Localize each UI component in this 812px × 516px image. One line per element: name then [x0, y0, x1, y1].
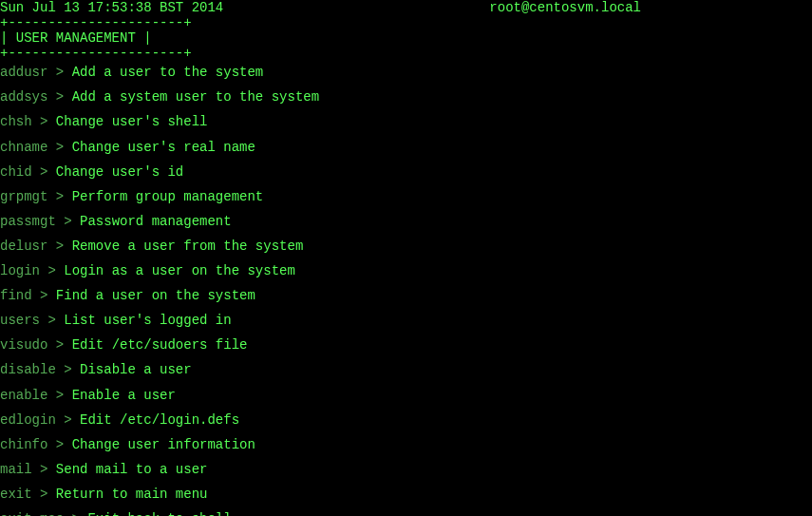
desc-label: Remove a user from the system: [72, 239, 304, 254]
desc-label: Change user information: [72, 437, 255, 452]
menu-item-edlogin[interactable]: edlogin > Edit /etc/login.defs: [0, 412, 812, 428]
separator: >: [32, 462, 56, 477]
menu-item-delusr[interactable]: delusr > Remove a user from the system: [0, 239, 812, 254]
menu-item-login[interactable]: login > Login as a user on the system: [0, 263, 812, 278]
separator: >: [47, 437, 71, 452]
cmd-label: addsys: [0, 89, 47, 105]
menu-item-mail[interactable]: mail > Send mail to a user: [0, 462, 812, 477]
menu-item-grpmgt[interactable]: grpmgt > Perform group management: [0, 189, 812, 204]
menu-item-enable[interactable]: enable > Enable a user: [0, 388, 812, 403]
cmd-label: users: [0, 313, 40, 328]
separator: >: [47, 337, 71, 353]
cmd-label: chname: [0, 140, 47, 155]
separator: >: [47, 388, 71, 403]
separator: >: [56, 214, 80, 229]
menu-item-addusr[interactable]: addusr > Add a user to the system: [0, 65, 812, 80]
menu-item-exit-mas[interactable]: exit-mas > Exit back to shell: [0, 511, 812, 516]
separator: >: [40, 313, 64, 328]
separator: >: [64, 511, 87, 516]
datetime-text: Sun Jul 13 17:53:38 BST 2014: [0, 0, 223, 15]
separator: >: [32, 487, 56, 502]
cmd-label: delusr: [0, 239, 47, 254]
cmd-label: login: [0, 263, 40, 278]
separator: >: [47, 140, 71, 155]
separator: >: [56, 362, 80, 377]
separator: >: [47, 189, 71, 204]
menu-item-visudo[interactable]: visudo > Edit /etc/sudoers file: [0, 337, 812, 353]
desc-label: Return to main menu: [56, 487, 208, 502]
cmd-label: find: [0, 288, 32, 303]
menu-item-users[interactable]: users > List user's logged in: [0, 313, 812, 328]
box-bottom: +----------------------+: [0, 46, 812, 61]
desc-label: Edit /etc/login.defs: [80, 412, 239, 428]
cmd-label: addusr: [0, 65, 47, 80]
cmd-label: enable: [0, 388, 47, 403]
cmd-label: edlogin: [0, 412, 56, 428]
cmd-label: passmgt: [0, 214, 56, 229]
desc-label: Add a system user to the system: [72, 89, 319, 105]
menu-item-disable[interactable]: disable > Disable a user: [0, 362, 812, 377]
menu-item-passmgt[interactable]: passmgt > Password management: [0, 214, 812, 229]
cmd-label: visudo: [0, 337, 47, 353]
userhost-text: root@centosvm.local: [489, 0, 641, 15]
desc-label: Edit /etc/sudoers file: [72, 337, 248, 353]
separator: >: [32, 114, 56, 129]
cmd-label: exit: [0, 487, 32, 502]
desc-label: Add a user to the system: [72, 65, 264, 80]
box-title: | USER MANAGEMENT |: [0, 30, 812, 46]
separator: >: [56, 412, 80, 428]
desc-label: Enable a user: [72, 388, 176, 403]
desc-label: Change user's id: [56, 164, 183, 180]
desc-label: Disable a user: [80, 362, 192, 377]
menu-item-chinfo[interactable]: chinfo > Change user information: [0, 437, 812, 452]
desc-label: Perform group management: [72, 189, 264, 204]
separator: >: [47, 239, 71, 254]
menu-item-chname[interactable]: chname > Change user's real name: [0, 140, 812, 155]
separator: >: [32, 164, 56, 180]
menu-item-find[interactable]: find > Find a user on the system: [0, 288, 812, 303]
cmd-label: chid: [0, 164, 32, 180]
cmd-label: chinfo: [0, 437, 47, 452]
separator: >: [32, 288, 56, 303]
menu-item-exit[interactable]: exit > Return to main menu: [0, 487, 812, 502]
desc-label: Exit back to shell: [87, 511, 231, 516]
separator: >: [47, 89, 71, 105]
box-top: +----------------------+: [0, 15, 812, 30]
desc-label: Password management: [80, 214, 232, 229]
desc-label: Change user's real name: [72, 140, 255, 155]
menu-item-chid[interactable]: chid > Change user's id: [0, 164, 812, 180]
desc-label: Change user's shell: [56, 114, 208, 129]
cmd-label: exit-mas: [0, 511, 64, 516]
menu-item-addsys[interactable]: addsys > Add a system user to the system: [0, 89, 812, 105]
desc-label: List user's logged in: [64, 313, 231, 328]
desc-label: Send mail to a user: [56, 462, 208, 477]
cmd-label: chsh: [0, 114, 32, 129]
menu-item-chsh[interactable]: chsh > Change user's shell: [0, 114, 812, 129]
desc-label: Find a user on the system: [56, 288, 255, 303]
cmd-label: disable: [0, 362, 56, 377]
cmd-label: mail: [0, 462, 32, 477]
separator: >: [40, 263, 64, 278]
desc-label: Login as a user on the system: [64, 263, 295, 278]
menu-list: addusr > Add a user to the system addsys…: [0, 65, 812, 516]
separator: >: [47, 65, 71, 80]
cmd-label: grpmgt: [0, 189, 47, 204]
